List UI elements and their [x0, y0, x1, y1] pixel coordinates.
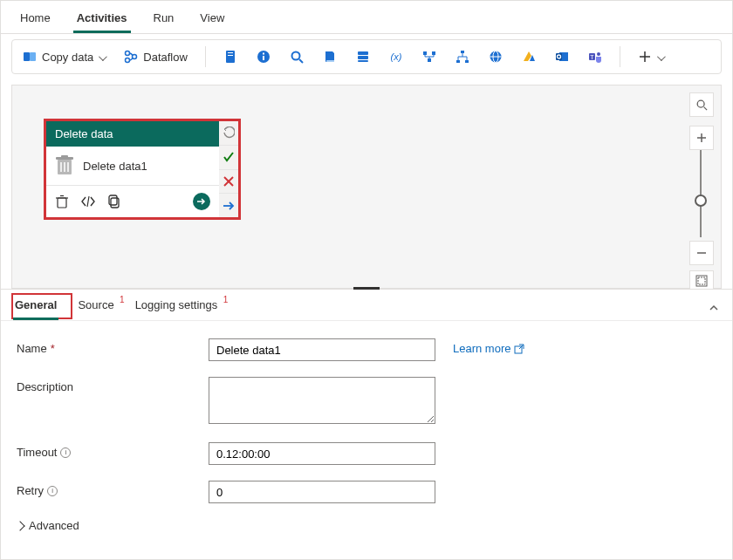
panel-resize-handle[interactable]	[353, 287, 380, 290]
svg-rect-18	[432, 51, 435, 55]
zoom-in-button[interactable]	[689, 126, 714, 150]
notebook-icon	[223, 50, 237, 64]
learn-more-link[interactable]: Learn more	[453, 338, 524, 355]
properties-panel: General Source1 Logging settings1 Name* …	[1, 289, 732, 559]
notebook-button[interactable]	[220, 43, 241, 71]
view-code-button[interactable]	[81, 195, 95, 208]
web-button[interactable]	[485, 43, 506, 71]
pipeline-button[interactable]	[419, 43, 440, 71]
clone-button[interactable]	[107, 195, 121, 208]
svg-rect-6	[228, 52, 233, 53]
tab-run[interactable]: Run	[150, 11, 178, 33]
collapse-panel-button[interactable]	[708, 302, 720, 317]
hierarchy-icon	[456, 50, 469, 64]
pipeline-canvas[interactable]: Delete data Delete data1	[11, 85, 722, 289]
activity-name-label: Delete data1	[83, 160, 147, 173]
name-input[interactable]	[209, 338, 435, 361]
activities-toolbar: Copy data Dataflow (x) T	[11, 39, 722, 74]
chevron-down-icon	[657, 51, 663, 64]
hierarchy-button[interactable]	[452, 43, 473, 71]
error-badge: 1	[223, 295, 229, 304]
svg-rect-1	[30, 52, 36, 61]
prop-tab-logging[interactable]: Logging settings1	[134, 298, 220, 320]
deactivate-button[interactable]	[219, 121, 238, 146]
variable-icon: (x)	[389, 50, 403, 64]
tab-activities[interactable]: Activities	[73, 11, 131, 33]
svg-rect-40	[698, 277, 705, 284]
timeout-input[interactable]	[209, 442, 435, 465]
retry-label: Retry i	[17, 481, 191, 497]
selection-highlight: Delete data Delete data1	[44, 119, 241, 220]
globe-icon	[489, 50, 503, 64]
dataflow-label: Dataflow	[143, 51, 188, 64]
svg-line-50	[87, 196, 89, 207]
svg-point-2	[126, 51, 130, 56]
svg-rect-20	[461, 51, 464, 53]
zoom-out-button[interactable]	[689, 241, 714, 265]
add-activity-button[interactable]	[634, 43, 667, 71]
lookup-button[interactable]	[286, 43, 307, 71]
svg-line-12	[299, 59, 303, 63]
script-button[interactable]	[319, 43, 340, 71]
database-icon	[356, 50, 370, 64]
script-icon	[323, 50, 337, 64]
teams-icon: T	[588, 50, 602, 64]
failure-output-button[interactable]	[219, 170, 238, 195]
svg-point-34	[697, 100, 704, 107]
svg-rect-21	[456, 60, 460, 63]
outlook-button[interactable]	[551, 43, 572, 71]
svg-rect-22	[465, 60, 469, 63]
azure-button[interactable]	[518, 43, 539, 71]
svg-rect-15	[358, 60, 368, 62]
svg-point-3	[126, 58, 130, 63]
info-icon[interactable]: i	[47, 486, 58, 496]
dataflow-icon	[124, 50, 138, 64]
svg-text:(x): (x)	[390, 51, 401, 62]
svg-rect-47	[58, 198, 66, 208]
description-input[interactable]	[209, 377, 435, 424]
chevron-right-icon	[15, 521, 24, 530]
prop-tab-general[interactable]: General	[13, 298, 58, 320]
chevron-down-icon	[99, 51, 105, 64]
run-activity-button[interactable]	[193, 193, 210, 210]
canvas-search-button[interactable]	[689, 92, 714, 117]
timeout-label: Timeout i	[17, 442, 191, 459]
advanced-toggle[interactable]: Advanced	[17, 519, 716, 532]
svg-rect-19	[428, 58, 431, 62]
trash-icon	[55, 155, 74, 176]
name-label: Name*	[17, 338, 191, 355]
info-icon[interactable]: i	[60, 447, 71, 458]
external-link-icon	[514, 344, 524, 354]
svg-rect-0	[24, 52, 30, 61]
stored-proc-button[interactable]	[353, 43, 373, 71]
tab-view[interactable]: View	[196, 11, 228, 33]
prop-tab-source[interactable]: Source1	[76, 298, 115, 320]
general-form: Name* Learn more Description Timeout i R…	[1, 321, 732, 550]
delete-data-activity[interactable]: Delete data Delete data1	[46, 121, 219, 217]
completion-output-button[interactable]	[219, 194, 238, 217]
svg-rect-13	[358, 51, 368, 55]
plus-icon	[638, 50, 652, 64]
svg-rect-43	[61, 155, 68, 158]
variable-button[interactable]: (x)	[386, 43, 407, 71]
copy-data-label: Copy data	[42, 51, 93, 64]
top-tab-bar: Home Activities Run View	[1, 1, 732, 34]
outlook-icon	[555, 50, 569, 64]
zoom-slider-thumb[interactable]	[695, 195, 707, 207]
svg-rect-52	[109, 195, 117, 205]
dataflow-button[interactable]: Dataflow	[120, 43, 191, 71]
svg-point-11	[291, 52, 299, 60]
info-button[interactable]	[253, 43, 274, 71]
retry-input[interactable]	[209, 481, 435, 503]
azure-icon	[522, 50, 536, 64]
svg-rect-14	[358, 56, 368, 59]
svg-rect-10	[263, 53, 264, 55]
delete-activity-button[interactable]	[55, 195, 69, 208]
zoom-slider-track[interactable]	[700, 150, 702, 237]
copy-data-button[interactable]: Copy data	[19, 43, 108, 71]
teams-button[interactable]: T	[585, 43, 606, 71]
svg-text:T: T	[590, 54, 594, 60]
svg-rect-7	[228, 55, 233, 56]
success-output-button[interactable]	[219, 146, 238, 170]
tab-home[interactable]: Home	[17, 11, 54, 33]
